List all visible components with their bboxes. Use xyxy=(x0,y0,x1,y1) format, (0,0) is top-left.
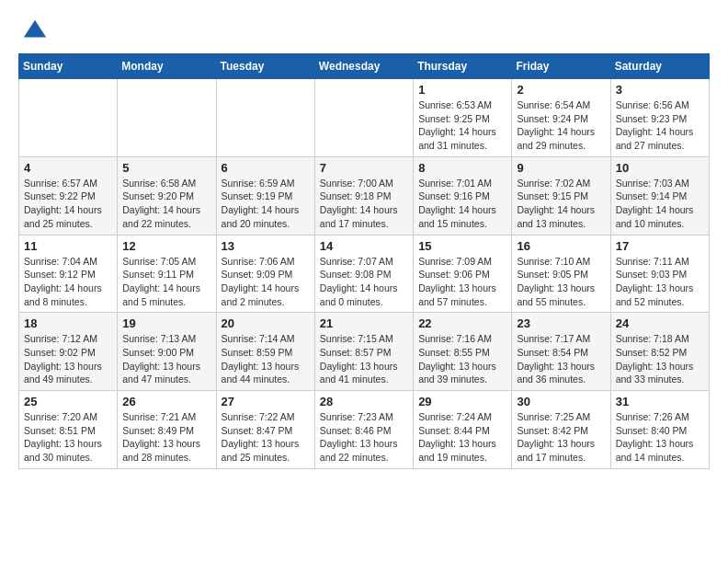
day-info: Sunrise: 7:23 AM Sunset: 8:46 PM Dayligh… xyxy=(320,410,408,465)
day-number: 18 xyxy=(24,316,112,330)
calendar-cell: 19Sunrise: 7:13 AM Sunset: 9:00 PM Dayli… xyxy=(118,313,216,391)
day-info: Sunrise: 7:10 AM Sunset: 9:05 PM Dayligh… xyxy=(517,255,605,309)
calendar-cell xyxy=(19,79,118,157)
day-info: Sunrise: 6:59 AM Sunset: 9:19 PM Dayligh… xyxy=(222,177,310,231)
day-number: 10 xyxy=(616,161,704,175)
day-number: 26 xyxy=(122,395,210,408)
logo xyxy=(18,18,48,44)
day-number: 14 xyxy=(320,239,408,253)
calendar-cell: 5Sunrise: 6:58 AM Sunset: 9:20 PM Daylig… xyxy=(118,156,216,235)
day-info: Sunrise: 6:56 AM Sunset: 9:23 PM Dayligh… xyxy=(616,98,704,153)
day-header-monday: Monday xyxy=(118,54,216,79)
calendar-cell: 25Sunrise: 7:20 AM Sunset: 8:51 PM Dayli… xyxy=(19,391,118,469)
calendar-week-row: 11Sunrise: 7:04 AM Sunset: 9:12 PM Dayli… xyxy=(19,235,710,313)
day-number: 15 xyxy=(418,239,506,253)
day-info: Sunrise: 7:16 AM Sunset: 8:55 PM Dayligh… xyxy=(418,332,506,386)
day-number: 8 xyxy=(418,161,506,175)
calendar-cell: 6Sunrise: 6:59 AM Sunset: 9:19 PM Daylig… xyxy=(216,156,314,235)
calendar-cell: 17Sunrise: 7:11 AM Sunset: 9:03 PM Dayli… xyxy=(610,235,709,313)
calendar-cell: 31Sunrise: 7:26 AM Sunset: 8:40 PM Dayli… xyxy=(610,391,709,469)
svg-marker-0 xyxy=(24,20,46,38)
calendar-cell: 20Sunrise: 7:14 AM Sunset: 8:59 PM Dayli… xyxy=(216,313,314,391)
day-info: Sunrise: 7:09 AM Sunset: 9:06 PM Dayligh… xyxy=(418,255,506,309)
day-number: 1 xyxy=(418,83,506,97)
day-number: 19 xyxy=(122,316,210,330)
calendar-cell: 11Sunrise: 7:04 AM Sunset: 9:12 PM Dayli… xyxy=(19,235,118,313)
calendar-cell: 30Sunrise: 7:25 AM Sunset: 8:42 PM Dayli… xyxy=(512,391,610,469)
day-number: 31 xyxy=(616,395,704,408)
day-info: Sunrise: 7:04 AM Sunset: 9:12 PM Dayligh… xyxy=(24,255,112,309)
day-header-sunday: Sunday xyxy=(19,54,118,79)
day-info: Sunrise: 7:18 AM Sunset: 8:52 PM Dayligh… xyxy=(616,332,704,386)
day-number: 20 xyxy=(222,316,310,330)
day-info: Sunrise: 6:54 AM Sunset: 9:24 PM Dayligh… xyxy=(517,98,605,153)
calendar-table: SundayMondayTuesdayWednesdayThursdayFrid… xyxy=(18,53,710,469)
calendar-cell: 16Sunrise: 7:10 AM Sunset: 9:05 PM Dayli… xyxy=(512,235,610,313)
calendar-week-row: 1Sunrise: 6:53 AM Sunset: 9:25 PM Daylig… xyxy=(19,79,710,157)
calendar-cell: 3Sunrise: 6:56 AM Sunset: 9:23 PM Daylig… xyxy=(610,79,709,157)
calendar-cell xyxy=(216,79,314,157)
calendar-cell: 15Sunrise: 7:09 AM Sunset: 9:06 PM Dayli… xyxy=(414,235,512,313)
calendar-header-row: SundayMondayTuesdayWednesdayThursdayFrid… xyxy=(19,54,710,79)
calendar-cell: 14Sunrise: 7:07 AM Sunset: 9:08 PM Dayli… xyxy=(314,235,413,313)
logo-icon xyxy=(22,18,48,44)
day-info: Sunrise: 7:21 AM Sunset: 8:49 PM Dayligh… xyxy=(122,410,210,465)
day-header-thursday: Thursday xyxy=(414,54,512,79)
calendar-cell: 2Sunrise: 6:54 AM Sunset: 9:24 PM Daylig… xyxy=(512,79,610,157)
day-info: Sunrise: 6:57 AM Sunset: 9:22 PM Dayligh… xyxy=(24,177,112,231)
day-info: Sunrise: 7:24 AM Sunset: 8:44 PM Dayligh… xyxy=(418,410,506,465)
day-header-friday: Friday xyxy=(512,54,610,79)
day-number: 12 xyxy=(122,239,210,253)
day-info: Sunrise: 6:58 AM Sunset: 9:20 PM Dayligh… xyxy=(122,177,210,231)
day-number: 2 xyxy=(517,83,605,97)
day-number: 16 xyxy=(517,239,605,253)
day-number: 30 xyxy=(517,395,605,408)
day-info: Sunrise: 6:53 AM Sunset: 9:25 PM Dayligh… xyxy=(418,98,506,153)
day-number: 13 xyxy=(222,239,310,253)
calendar-cell: 7Sunrise: 7:00 AM Sunset: 9:18 PM Daylig… xyxy=(314,156,413,235)
day-number: 7 xyxy=(320,161,408,175)
calendar-cell: 28Sunrise: 7:23 AM Sunset: 8:46 PM Dayli… xyxy=(314,391,413,469)
day-number: 17 xyxy=(616,239,704,253)
calendar-cell: 10Sunrise: 7:03 AM Sunset: 9:14 PM Dayli… xyxy=(610,156,709,235)
header xyxy=(18,18,710,44)
day-header-wednesday: Wednesday xyxy=(314,54,413,79)
day-info: Sunrise: 7:05 AM Sunset: 9:11 PM Dayligh… xyxy=(122,255,210,309)
day-number: 29 xyxy=(418,395,506,408)
day-number: 6 xyxy=(222,161,310,175)
day-number: 25 xyxy=(24,395,112,408)
day-info: Sunrise: 7:06 AM Sunset: 9:09 PM Dayligh… xyxy=(222,255,310,309)
day-number: 21 xyxy=(320,316,408,330)
calendar-cell: 26Sunrise: 7:21 AM Sunset: 8:49 PM Dayli… xyxy=(118,391,216,469)
calendar-week-row: 25Sunrise: 7:20 AM Sunset: 8:51 PM Dayli… xyxy=(19,391,710,469)
day-number: 11 xyxy=(24,239,112,253)
day-number: 4 xyxy=(24,161,112,175)
calendar-week-row: 18Sunrise: 7:12 AM Sunset: 9:02 PM Dayli… xyxy=(19,313,710,391)
calendar-cell: 9Sunrise: 7:02 AM Sunset: 9:15 PM Daylig… xyxy=(512,156,610,235)
day-info: Sunrise: 7:22 AM Sunset: 8:47 PM Dayligh… xyxy=(222,410,310,465)
page-container: SundayMondayTuesdayWednesdayThursdayFrid… xyxy=(18,18,710,469)
day-info: Sunrise: 7:11 AM Sunset: 9:03 PM Dayligh… xyxy=(616,255,704,309)
day-info: Sunrise: 7:01 AM Sunset: 9:16 PM Dayligh… xyxy=(418,177,506,231)
day-info: Sunrise: 7:26 AM Sunset: 8:40 PM Dayligh… xyxy=(616,410,704,465)
day-number: 24 xyxy=(616,316,704,330)
calendar-cell: 4Sunrise: 6:57 AM Sunset: 9:22 PM Daylig… xyxy=(19,156,118,235)
day-number: 22 xyxy=(418,316,506,330)
calendar-cell: 22Sunrise: 7:16 AM Sunset: 8:55 PM Dayli… xyxy=(414,313,512,391)
day-number: 28 xyxy=(320,395,408,408)
calendar-cell: 27Sunrise: 7:22 AM Sunset: 8:47 PM Dayli… xyxy=(216,391,314,469)
day-info: Sunrise: 7:12 AM Sunset: 9:02 PM Dayligh… xyxy=(24,332,112,386)
calendar-cell: 29Sunrise: 7:24 AM Sunset: 8:44 PM Dayli… xyxy=(414,391,512,469)
day-header-tuesday: Tuesday xyxy=(216,54,314,79)
calendar-week-row: 4Sunrise: 6:57 AM Sunset: 9:22 PM Daylig… xyxy=(19,156,710,235)
day-number: 9 xyxy=(517,161,605,175)
day-info: Sunrise: 7:15 AM Sunset: 8:57 PM Dayligh… xyxy=(320,332,408,386)
day-info: Sunrise: 7:14 AM Sunset: 8:59 PM Dayligh… xyxy=(222,332,310,386)
calendar-cell: 18Sunrise: 7:12 AM Sunset: 9:02 PM Dayli… xyxy=(19,313,118,391)
day-info: Sunrise: 7:02 AM Sunset: 9:15 PM Dayligh… xyxy=(517,177,605,231)
day-info: Sunrise: 7:13 AM Sunset: 9:00 PM Dayligh… xyxy=(122,332,210,386)
day-info: Sunrise: 7:25 AM Sunset: 8:42 PM Dayligh… xyxy=(517,410,605,465)
calendar-cell: 8Sunrise: 7:01 AM Sunset: 9:16 PM Daylig… xyxy=(414,156,512,235)
day-number: 3 xyxy=(616,83,704,97)
calendar-cell: 13Sunrise: 7:06 AM Sunset: 9:09 PM Dayli… xyxy=(216,235,314,313)
